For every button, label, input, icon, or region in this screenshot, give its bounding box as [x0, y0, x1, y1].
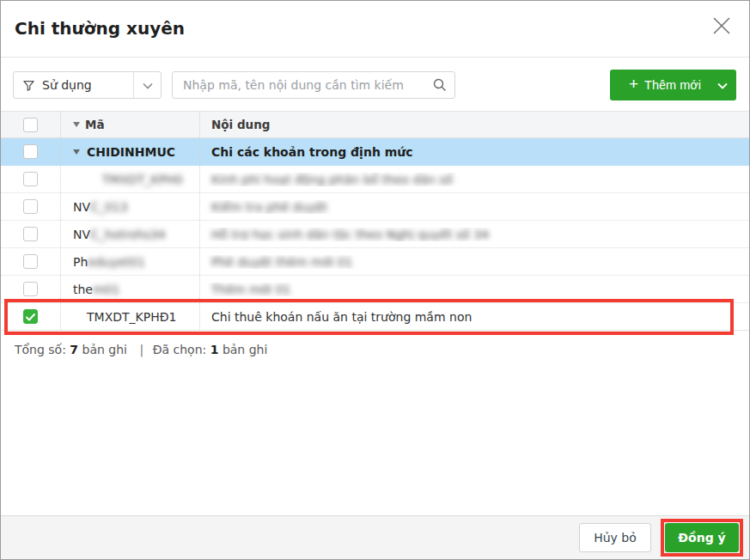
summary-separator: |: [139, 343, 143, 356]
row-code: NV: [73, 228, 90, 241]
records-table: Mã Nội dung CHIDINHMUC Chi các khoản tro…: [1, 111, 749, 331]
total-count: 7: [70, 343, 78, 356]
row-checkbox-checked[interactable]: [23, 309, 38, 324]
table-row[interactable]: Pheduyet01 Phê duyệt thêm mới 01: [1, 248, 749, 276]
table-row-group[interactable]: CHIDINHMUC Chi các khoản trong định mức: [1, 138, 749, 166]
select-all-checkbox[interactable]: [23, 118, 38, 132]
row-content: Chi các khoản trong định mức: [200, 145, 749, 159]
toolbar: Sử dụng + Thêm mới: [1, 58, 749, 111]
row-code-blurred: TMXDT_KPH0: [102, 173, 183, 186]
filter-icon: [14, 79, 35, 92]
selected-label: Đã chọn:: [153, 343, 207, 356]
close-button[interactable]: [706, 11, 737, 42]
page-title: Chi thường xuyên: [15, 18, 185, 39]
table-row[interactable]: TMXDT_KPH0 Kinh phí hoạt động phân bổ th…: [1, 166, 749, 193]
add-new-button[interactable]: + Thêm mới: [610, 70, 736, 100]
row-code-blurred: C_013: [90, 200, 128, 214]
row-code: TMXDT_KPHĐ1: [87, 310, 176, 324]
filter-label: Sử dụng: [35, 78, 133, 92]
row-code-blurred: eduyet01: [88, 255, 145, 269]
filter-dropdown[interactable]: Sử dụng: [13, 71, 162, 99]
confirm-button[interactable]: Đồng ý: [665, 523, 739, 552]
records-summary: Tổng số: 7 bản ghi | Đã chọn: 1 bản ghi: [15, 343, 735, 356]
row-checkbox[interactable]: [23, 172, 38, 186]
selected-unit: bản ghi: [223, 343, 267, 356]
chevron-down-icon: [143, 78, 153, 92]
check-icon: [26, 310, 35, 324]
row-checkbox[interactable]: [23, 282, 38, 296]
row-content: Chi thuê khoán nấu ăn tại trường mầm non: [200, 310, 749, 324]
row-code: CHIDINHMUC: [87, 145, 175, 159]
row-content-blurred: Kinh phí hoạt động phân bổ theo dân số: [211, 173, 453, 186]
row-code: NV: [73, 200, 90, 214]
row-content-blurred: Kiểm tra phê duyệt: [211, 200, 327, 214]
row-code-blurred: m01: [93, 283, 119, 296]
row-checkbox[interactable]: [23, 144, 38, 159]
annotation-highlight-confirm: Đồng ý: [661, 519, 743, 557]
total-label: Tổng số:: [15, 343, 66, 356]
table-row[interactable]: NVC_013 Kiểm tra phê duyệt: [1, 193, 749, 221]
modal-chi-thuong-xuyen: Chi thường xuyên Sử dụng: [0, 0, 750, 560]
table-row-selected[interactable]: TMXDT_KPHĐ1 Chi thuê khoán nấu ăn tại tr…: [1, 303, 749, 331]
row-code-blurred: C_hotrohs34: [90, 228, 166, 241]
table-row[interactable]: them01 Thêm mới 01: [1, 276, 749, 303]
search-box: [172, 71, 455, 99]
add-new-menu-button[interactable]: [709, 78, 736, 92]
row-content-blurred: Phê duyệt thêm mới 01: [211, 255, 352, 269]
search-icon[interactable]: [425, 78, 454, 92]
header-content[interactable]: Nội dung: [200, 118, 749, 131]
row-code: the: [73, 283, 93, 296]
search-input[interactable]: [173, 72, 425, 98]
sort-desc-icon: [73, 122, 80, 127]
cancel-button[interactable]: Hủy bỏ: [579, 523, 651, 552]
table-header-row: Mã Nội dung: [1, 111, 749, 138]
header-checkbox-cell: [1, 112, 61, 137]
row-code: Ph: [73, 255, 88, 269]
row-content-blurred: Thêm mới 01: [211, 283, 290, 296]
filter-expand-button[interactable]: [133, 72, 161, 98]
collapse-icon[interactable]: [73, 149, 80, 155]
modal-footer: Hủy bỏ Đồng ý: [1, 515, 749, 559]
chevron-down-icon: [717, 78, 728, 92]
row-checkbox[interactable]: [23, 199, 38, 214]
plus-icon: +: [629, 75, 638, 94]
add-new-label: Thêm mới: [644, 78, 709, 92]
selected-count: 1: [210, 343, 219, 356]
row-checkbox[interactable]: [23, 254, 38, 269]
header-code[interactable]: Mã: [61, 112, 200, 137]
total-unit: bản ghi: [82, 343, 127, 356]
row-content-blurred: Hỗ trợ học sinh dân tộc theo Nghị quyết …: [211, 228, 489, 241]
row-checkbox[interactable]: [23, 227, 38, 241]
close-icon: [710, 15, 733, 40]
modal-titlebar: Chi thường xuyên: [1, 1, 749, 58]
table-row[interactable]: NVC_hotrohs34 Hỗ trợ học sinh dân tộc th…: [1, 221, 749, 248]
